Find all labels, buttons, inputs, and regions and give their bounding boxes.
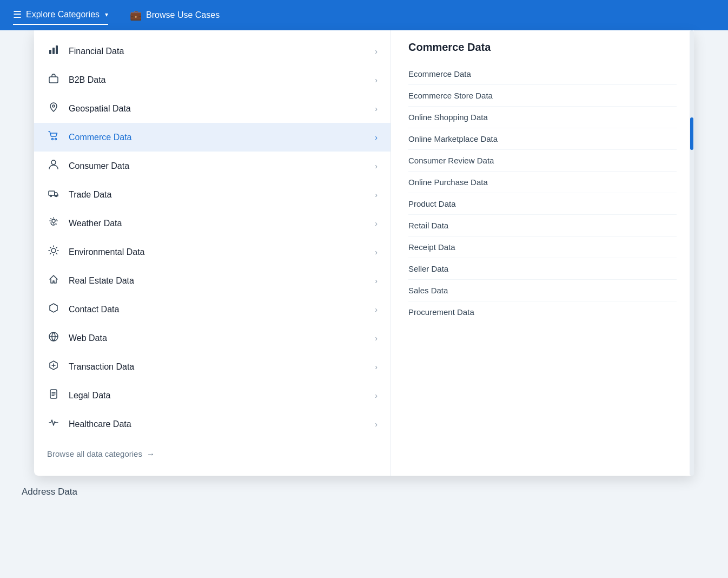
sun-icon <box>47 245 60 259</box>
subcategory-online-purchase-data[interactable]: Online Purchase Data <box>408 172 677 193</box>
categories-panel: Financial Data › B2B Data › Geospatial D… <box>34 30 391 476</box>
subcategory-receipt-data[interactable]: Receipt Data <box>408 237 677 258</box>
page-hint: Address Data <box>0 476 728 508</box>
commerce-data-label: Commerce Data <box>69 133 366 142</box>
realestate-data-label: Real Estate Data <box>69 276 366 286</box>
chevron-right-icon: › <box>375 133 378 142</box>
subcategory-online-marketplace-data[interactable]: Online Marketplace Data <box>408 128 677 150</box>
subcategory-online-shopping-data[interactable]: Online Shopping Data <box>408 107 677 128</box>
browse-all-link[interactable]: Browse all data categories → <box>34 438 391 469</box>
scrollbar-thumb[interactable] <box>690 117 693 150</box>
hexagon-icon <box>47 303 60 316</box>
briefcase-icon: 💼 <box>130 9 142 21</box>
svg-point-4 <box>52 105 55 107</box>
category-item-commerce[interactable]: Commerce Data › <box>34 123 391 152</box>
category-item-trade[interactable]: Trade Data › <box>34 180 391 209</box>
category-item-realestate[interactable]: Real Estate Data › <box>34 266 391 295</box>
chevron-right-icon: › <box>375 305 378 314</box>
subcategory-procurement-data[interactable]: Procurement Data <box>408 301 677 323</box>
svg-rect-3 <box>49 77 58 83</box>
chevron-right-icon: › <box>375 104 378 113</box>
category-item-web[interactable]: Web Data › <box>34 324 391 352</box>
category-item-geospatial[interactable]: Geospatial Data › <box>34 94 391 123</box>
house-icon <box>47 274 60 287</box>
svg-point-6 <box>55 139 57 140</box>
cart-icon <box>47 130 60 144</box>
category-item-environmental[interactable]: Environmental Data › <box>34 238 391 266</box>
transaction-icon <box>47 360 60 373</box>
contact-data-label: Contact Data <box>69 305 366 314</box>
browse-use-cases-nav[interactable]: 💼 Browse Use Cases <box>130 6 220 24</box>
category-item-healthcare[interactable]: Healthcare Data › <box>34 410 391 438</box>
chevron-right-icon: › <box>375 277 378 285</box>
category-item-weather[interactable]: Weather Data › <box>34 209 391 238</box>
globe-icon <box>47 331 60 345</box>
subcategory-consumer-review-data[interactable]: Consumer Review Data <box>408 150 677 172</box>
chevron-right-icon: › <box>375 363 378 371</box>
navbar: ☰ Explore Categories ▾ 💼 Browse Use Case… <box>0 0 728 30</box>
briefcase-icon <box>47 73 60 87</box>
svg-point-11 <box>52 219 55 222</box>
category-item-b2b[interactable]: B2B Data › <box>34 65 391 94</box>
truck-icon <box>47 188 60 201</box>
explore-label: Explore Categories <box>26 10 100 19</box>
chevron-right-icon: › <box>375 76 378 84</box>
person-icon <box>47 159 60 173</box>
category-item-consumer[interactable]: Consumer Data › <box>34 152 391 180</box>
consumer-data-label: Consumer Data <box>69 161 366 171</box>
subcategory-product-data[interactable]: Product Data <box>408 193 677 215</box>
menu-icon: ☰ <box>13 9 22 21</box>
svg-point-7 <box>51 160 56 165</box>
chevron-right-icon: › <box>375 162 378 170</box>
chevron-right-icon: › <box>375 420 378 429</box>
svg-point-5 <box>52 139 54 140</box>
browse-label: Browse Use Cases <box>146 10 220 20</box>
chevron-right-icon: › <box>375 219 378 228</box>
document-icon <box>47 389 60 402</box>
svg-rect-8 <box>49 191 55 195</box>
weather-data-label: Weather Data <box>69 219 366 228</box>
weather-icon <box>47 216 60 230</box>
chevron-right-icon: › <box>375 248 378 257</box>
subcategory-sales-data[interactable]: Sales Data <box>408 280 677 301</box>
chevron-right-icon: › <box>375 334 378 343</box>
category-item-financial[interactable]: Financial Data › <box>34 37 391 65</box>
subcategory-ecommerce-store-data[interactable]: Ecommerce Store Data <box>408 85 677 107</box>
subcategories-panel: Commerce Data Ecommerce Data Ecommerce S… <box>391 30 694 476</box>
chevron-down-icon: ▾ <box>105 11 108 18</box>
pin-icon <box>47 102 60 115</box>
legal-data-label: Legal Data <box>69 391 366 400</box>
svg-rect-2 <box>56 45 58 54</box>
geospatial-data-label: Geospatial Data <box>69 104 366 114</box>
svg-point-9 <box>50 195 52 197</box>
transaction-data-label: Transaction Data <box>69 362 366 372</box>
environmental-data-label: Environmental Data <box>69 247 366 257</box>
heartbeat-icon <box>47 417 60 431</box>
healthcare-data-label: Healthcare Data <box>69 419 366 429</box>
chevron-right-icon: › <box>375 391 378 400</box>
bar-chart-icon <box>47 44 60 58</box>
explore-categories-nav[interactable]: ☰ Explore Categories ▾ <box>13 5 108 25</box>
browse-all-label: Browse all data categories <box>47 449 142 458</box>
scrollbar-track <box>690 30 694 476</box>
dropdown-menu: Financial Data › B2B Data › Geospatial D… <box>34 30 694 476</box>
category-item-contact[interactable]: Contact Data › <box>34 295 391 324</box>
arrow-right-icon: → <box>147 449 155 458</box>
financial-data-label: Financial Data <box>69 47 366 56</box>
chevron-right-icon: › <box>375 47 378 56</box>
svg-point-12 <box>51 248 56 253</box>
category-item-legal[interactable]: Legal Data › <box>34 381 391 410</box>
svg-rect-1 <box>52 48 55 54</box>
b2b-data-label: B2B Data <box>69 75 366 85</box>
subcategories-title: Commerce Data <box>408 41 677 54</box>
trade-data-label: Trade Data <box>69 190 366 200</box>
subcategory-seller-data[interactable]: Seller Data <box>408 258 677 280</box>
web-data-label: Web Data <box>69 333 366 343</box>
subcategory-retail-data[interactable]: Retail Data <box>408 215 677 237</box>
chevron-right-icon: › <box>375 191 378 199</box>
svg-rect-0 <box>49 50 51 54</box>
subcategory-ecommerce-data[interactable]: Ecommerce Data <box>408 63 677 85</box>
category-item-transaction[interactable]: Transaction Data › <box>34 352 391 381</box>
